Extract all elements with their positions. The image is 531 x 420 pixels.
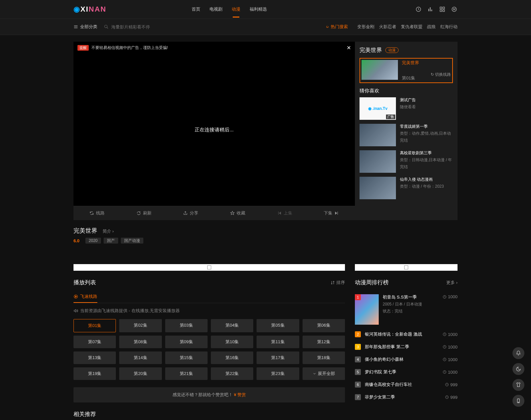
rank-item[interactable]: 6南镰仓高校女子自行车社999 xyxy=(355,378,458,391)
shirt-icon xyxy=(516,382,521,388)
theme-button[interactable] xyxy=(512,363,524,375)
rank-count: 999 xyxy=(445,395,458,400)
history-icon[interactable] xyxy=(415,6,422,13)
broken-image-icon xyxy=(404,265,408,269)
ad-bar-right[interactable] xyxy=(355,264,458,271)
refresh-button[interactable]: 刷新 xyxy=(121,206,168,220)
episode-button[interactable]: 第03集 xyxy=(165,319,208,332)
svg-rect-2 xyxy=(430,7,431,11)
rank-item[interactable]: 5梦幻书院 第七季1000 xyxy=(355,366,458,378)
next-button[interactable]: 下集 xyxy=(308,206,355,220)
episode-button[interactable]: 第15集 xyxy=(165,351,208,364)
brief-link[interactable]: 简介 › xyxy=(103,229,114,234)
episode-button[interactable]: 第17集 xyxy=(257,351,299,364)
rank-name: 初音岛 S.S第一季 xyxy=(383,294,439,300)
episode-button[interactable]: 第14集 xyxy=(119,351,162,364)
switch-route[interactable]: ↻ 切换线路 xyxy=(431,72,451,81)
episode-button[interactable]: 第21集 xyxy=(165,367,208,380)
rank-item[interactable]: 7菲梦少女第二季999 xyxy=(355,391,458,403)
route-button[interactable]: 线路 xyxy=(73,206,121,220)
player-side: 完美世界 动漫 完美世界 第01集 ↻ 切换线路 猜你喜欢 ◉ .inan.Tv… xyxy=(355,42,458,220)
episode-button[interactable]: 第08集 xyxy=(119,336,162,348)
episode-button[interactable]: 第18集 xyxy=(303,351,345,364)
hot-tag[interactable]: 变形金刚 xyxy=(357,24,374,29)
rank-number: 3 xyxy=(355,344,361,350)
episode-button[interactable]: 第16集 xyxy=(211,351,253,364)
clock-icon xyxy=(443,295,447,299)
episode-button[interactable]: 第09集 xyxy=(165,336,208,348)
rank-item[interactable]: 2银河英雄传说：全新命题 激战1000 xyxy=(355,328,458,341)
stats-icon[interactable] xyxy=(427,6,434,13)
meta-chip[interactable]: 国产 xyxy=(104,238,118,244)
episode-button[interactable]: 第19集 xyxy=(73,367,116,380)
ad-bar-left[interactable] xyxy=(73,264,345,271)
episode-button[interactable]: 第20集 xyxy=(119,367,162,380)
episode-button[interactable]: 第01集 xyxy=(73,319,116,332)
nav-item[interactable]: 电视剧 xyxy=(210,1,222,18)
allcat-label: 全部分类 xyxy=(80,24,97,30)
hot-tag[interactable]: 复仇者联盟 xyxy=(401,24,422,29)
rec-item[interactable]: 高校星歌剧第三季类型：日韩动漫,日本动漫 / 年完结 xyxy=(360,150,453,173)
prev-button[interactable]: 上集 xyxy=(261,206,308,220)
sort-button[interactable]: 排序 xyxy=(330,280,345,286)
ranking-title: 动漫周排行榜 xyxy=(355,279,389,286)
episode-button[interactable]: 第13集 xyxy=(73,351,116,364)
episode-button[interactable]: 第02集 xyxy=(119,319,162,332)
logo[interactable]: ◉XINAN xyxy=(73,5,106,14)
shirt-button[interactable] xyxy=(512,379,524,391)
rank-count: 999 xyxy=(445,382,458,387)
mobile-button[interactable] xyxy=(512,395,524,407)
episode-button[interactable]: 第07集 xyxy=(73,336,116,348)
rank-item[interactable]: 1初音岛 S.S第一季2005 / 日本 / 日本动漫状态：完结1000 xyxy=(355,291,458,328)
hot-tag[interactable]: 火影忍者 xyxy=(379,24,396,29)
rank-name: 南镰仓高校女子自行车社 xyxy=(365,382,441,388)
meta-chip[interactable]: 国产动漫 xyxy=(121,238,143,244)
nav-item[interactable]: 动漫 xyxy=(232,1,240,18)
more-link[interactable]: 更多 › xyxy=(446,280,458,286)
featured-item[interactable]: 完美世界 第01集 ↻ 切换线路 xyxy=(360,58,453,83)
source-tab[interactable]: 飞速线路 xyxy=(73,291,97,303)
tip-text: 不要轻易相信视频中的广告，谨防上当受骗! xyxy=(91,45,168,51)
rec-info: 仙帝入侵 动态漫画类型：动漫 / 年份：2023 xyxy=(400,177,453,199)
main-nav: 首页电视剧动漫福利精选 xyxy=(192,1,267,18)
rec-item[interactable]: 零度战姬第一季类型：动作,爱情,动画,日本动完结 xyxy=(360,124,453,146)
hot-tags: 热门搜索 变形金刚火影忍者复仇者联盟战狼红海行动 xyxy=(325,24,458,30)
qr-icon[interactable] xyxy=(439,6,446,13)
nav-item[interactable]: 首页 xyxy=(192,1,200,18)
praise-bar[interactable]: 感觉还不错？那就给个赞赏吧！ ¥ 赞赏 xyxy=(73,387,345,402)
all-categories[interactable]: 全部分类 xyxy=(73,24,97,30)
rank-number: 2 xyxy=(355,331,361,337)
episode-button[interactable]: 第10集 xyxy=(211,336,253,348)
user-icon[interactable] xyxy=(451,6,458,13)
side-title: 完美世界 xyxy=(360,46,382,54)
meta-chip[interactable]: 2020 xyxy=(85,238,101,244)
episode-button[interactable]: 第04集 xyxy=(211,319,253,332)
share-button[interactable]: 分享 xyxy=(167,206,214,220)
bell-icon xyxy=(516,350,521,356)
rec-thumb xyxy=(360,150,396,173)
rank-item[interactable]: 4僵小鱼的奇幻小森林1000 xyxy=(355,353,458,366)
clock-icon xyxy=(443,332,447,336)
search-input[interactable] xyxy=(111,24,177,29)
expand-button[interactable]: 展开全部 xyxy=(303,367,345,380)
rec-item[interactable]: ◉ .inan.Tv广告测试广告随便看看 xyxy=(360,97,453,120)
rec-item[interactable]: 仙帝入侵 动态漫画类型：动漫 / 年份：2023 xyxy=(360,177,453,199)
star-icon xyxy=(230,211,235,215)
episode-button[interactable]: 第23集 xyxy=(257,367,299,380)
nav-item[interactable]: 福利精选 xyxy=(250,1,267,18)
hot-tag[interactable]: 红海行动 xyxy=(440,24,458,29)
route-icon xyxy=(89,211,94,215)
hot-tag[interactable]: 战狼 xyxy=(427,24,436,29)
episode-button[interactable]: 第11集 xyxy=(257,336,299,348)
rank-item[interactable]: 3那年那兔那些事 第二季1000 xyxy=(355,341,458,353)
episode-button[interactable]: 第05集 xyxy=(257,319,299,332)
featured-name: 完美世界 xyxy=(402,60,451,66)
notify-button[interactable] xyxy=(512,347,524,359)
episode-button[interactable]: 第06集 xyxy=(303,319,345,332)
fav-button[interactable]: 收藏 xyxy=(214,206,261,220)
episode-button[interactable]: 第22集 xyxy=(211,367,253,380)
video-player[interactable]: 正在连接请稍后... xyxy=(73,54,355,206)
close-icon[interactable]: ✕ xyxy=(347,45,351,51)
clock-icon xyxy=(443,357,447,361)
episode-button[interactable]: 第12集 xyxy=(303,336,345,348)
